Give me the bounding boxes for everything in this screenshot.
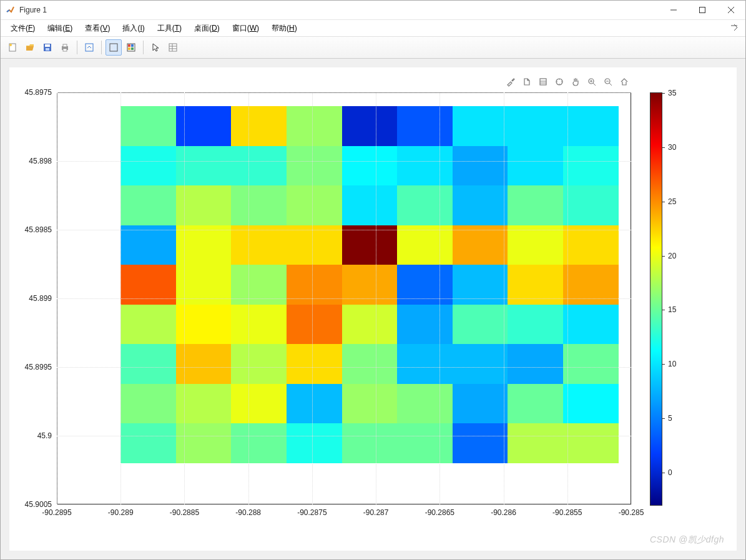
menu-v[interactable]: 查看(V) <box>79 21 116 36</box>
ytick-label: 45.9005 <box>25 500 52 509</box>
svg-rect-18 <box>128 47 130 50</box>
colorbar[interactable]: 05101520253035 <box>650 92 662 506</box>
svg-rect-16 <box>128 44 130 47</box>
colorbar-tick-label: 5 <box>668 414 672 423</box>
export-icon[interactable] <box>520 75 534 89</box>
xtick-label: -90.287 <box>363 508 389 517</box>
print-button[interactable] <box>57 39 73 56</box>
menubar: 文件(F)编辑(E)查看(V)插入(I)工具(T)桌面(D)窗口(W)帮助(H) <box>1 20 745 37</box>
open-button[interactable] <box>22 39 38 56</box>
gridline <box>57 92 631 93</box>
xtick-label: -90.2895 <box>42 508 71 517</box>
separator <box>101 41 102 54</box>
menu-e[interactable]: 编辑(E) <box>41 21 79 36</box>
colorbar-tick <box>662 310 665 310</box>
pan-icon[interactable] <box>569 75 582 89</box>
xtick-label: -90.288 <box>235 508 261 517</box>
edit-plot-button[interactable] <box>106 39 122 56</box>
svg-rect-8 <box>46 48 49 51</box>
insert-colorbar-button[interactable] <box>123 39 139 56</box>
toolbar <box>1 37 745 59</box>
menu-f[interactable]: 文件(F) <box>4 21 41 36</box>
property-inspector-button[interactable] <box>165 39 181 56</box>
svg-rect-1 <box>700 7 705 13</box>
svg-rect-12 <box>86 44 93 51</box>
gridline <box>57 161 631 162</box>
menu-t[interactable]: 工具(T) <box>151 21 188 36</box>
restore-view-icon[interactable] <box>617 75 631 89</box>
colorbar-tick-label: 35 <box>668 89 676 97</box>
gridline <box>57 504 631 505</box>
link-plot-button[interactable] <box>81 39 97 56</box>
xtick-label: -90.289 <box>108 508 134 517</box>
xtick-label: -90.286 <box>491 508 516 517</box>
figure-window: Figure 1 文件(F)编辑(E)查看(V)插入(I)工具(T)桌面(D)窗… <box>0 0 746 560</box>
xtick-label: -90.2885 <box>170 508 199 517</box>
brush-icon[interactable] <box>504 75 518 89</box>
xtick-label: -90.285 <box>619 508 644 517</box>
window-title: Figure 1 <box>19 6 47 14</box>
colorbar-tick <box>662 418 665 419</box>
rotate-icon[interactable] <box>552 75 566 89</box>
svg-rect-19 <box>131 47 134 50</box>
svg-rect-20 <box>169 44 177 51</box>
svg-rect-17 <box>131 44 134 47</box>
gridline <box>57 298 631 299</box>
axes[interactable]: -90.2895-90.289-90.2885-90.288-90.2875-9… <box>57 92 631 504</box>
watermark: CSDN @凯少dfgh <box>650 534 724 546</box>
save-button[interactable] <box>39 39 56 56</box>
colorbar-tick <box>662 147 665 148</box>
plot-container: -90.2895-90.289-90.2885-90.288-90.2875-9… <box>1 59 745 559</box>
svg-rect-14 <box>110 44 114 51</box>
ytick-label: 45.899 <box>29 294 52 303</box>
close-button[interactable] <box>717 1 745 19</box>
gridline <box>57 230 631 230</box>
colorbar-tick-label: 25 <box>668 197 676 206</box>
svg-rect-7 <box>45 44 50 47</box>
ytick-label: 45.9 <box>37 431 52 440</box>
ytick-label: 45.8995 <box>25 363 52 371</box>
colorbar-tick-label: 0 <box>668 468 672 477</box>
gridline <box>631 92 632 504</box>
zoom-out-icon[interactable] <box>601 75 615 89</box>
colorbar-tick-label: 20 <box>668 252 676 260</box>
svg-line-33 <box>609 83 612 86</box>
maximize-button[interactable] <box>688 1 717 19</box>
menu-w[interactable]: 窗口(W) <box>226 21 265 36</box>
colorbar-tick-label: 10 <box>668 360 676 368</box>
separator <box>143 41 144 54</box>
svg-rect-11 <box>63 49 67 51</box>
separator <box>77 41 77 54</box>
ytick-label: 45.8985 <box>25 225 52 234</box>
svg-point-5 <box>9 44 12 46</box>
ytick-label: 45.898 <box>29 157 52 165</box>
colorbar-tick <box>662 256 665 257</box>
colorbar-tick <box>662 364 665 365</box>
menu-i[interactable]: 插入(I) <box>116 21 150 36</box>
pointer-button[interactable] <box>147 39 164 56</box>
figure-canvas: -90.2895-90.289-90.2885-90.288-90.2875-9… <box>9 67 737 551</box>
xtick-label: -90.2855 <box>552 508 582 517</box>
xtick-label: -90.2865 <box>425 508 454 517</box>
colorbar-tick-label: 15 <box>668 305 676 314</box>
titlebar: Figure 1 <box>1 1 745 20</box>
colorbar-tick <box>662 93 665 94</box>
ytick-label: 45.8975 <box>25 88 52 97</box>
xtick-label: -90.2875 <box>297 508 326 517</box>
menu-h[interactable]: 帮助(H) <box>265 21 303 36</box>
data-tips-icon[interactable] <box>536 75 550 89</box>
minimize-ribbon-icon[interactable] <box>727 24 742 33</box>
colorbar-tick-label: 30 <box>668 143 676 152</box>
svg-rect-24 <box>540 79 546 85</box>
svg-rect-10 <box>63 44 67 47</box>
svg-line-29 <box>593 83 596 86</box>
minimize-button[interactable] <box>659 1 688 19</box>
gridline <box>57 436 631 436</box>
axes-toolbar <box>504 75 631 89</box>
menu-d[interactable]: 桌面(D) <box>188 21 226 36</box>
colorbar-tick <box>662 202 665 202</box>
new-figure-button[interactable] <box>4 39 21 56</box>
colorbar-tick <box>662 473 665 473</box>
matlab-icon <box>6 5 16 15</box>
zoom-in-icon[interactable] <box>585 75 599 89</box>
